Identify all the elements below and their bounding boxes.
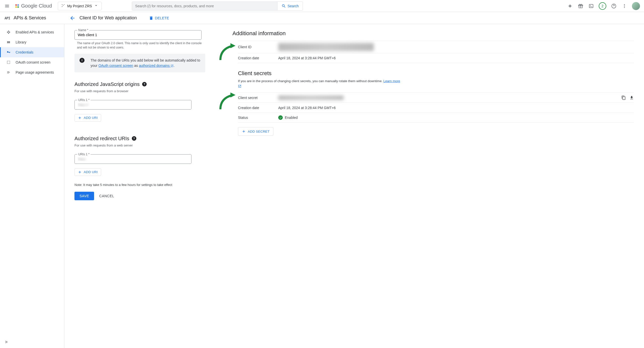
client-id-table: Client ID Creation date April 18, 2024 a…	[238, 41, 634, 63]
sub-header-right: Client ID for Web application DELETE	[64, 15, 644, 21]
diamond-icon	[6, 30, 11, 34]
secret-creation-row: Creation date April 18, 2024 at 3:28:44 …	[238, 103, 634, 113]
name-input[interactable]	[75, 30, 201, 39]
js-origins-title: Authorized JavaScript origins ?	[74, 81, 205, 87]
svg-point-4	[62, 4, 63, 5]
form-column: Name * The name of your OAuth 2.0 client…	[74, 30, 205, 342]
cloud-shell-icon[interactable]	[588, 3, 594, 9]
svg-point-5	[63, 5, 64, 6]
nav-label: OAuth consent screen	[16, 60, 51, 64]
arrow-annotation-2	[218, 90, 238, 111]
back-icon[interactable]	[69, 15, 75, 21]
search-button[interactable]: Search	[277, 2, 303, 10]
info-icon: i	[79, 58, 85, 63]
additional-info-title: Additional information	[232, 30, 634, 37]
info-banner-text: The domains of the URIs you add below wi…	[91, 58, 200, 68]
sidenav-item-consent[interactable]: OAuth consent screen	[0, 57, 64, 67]
learn-more-link[interactable]: Learn more	[383, 79, 400, 83]
svg-rect-8	[589, 4, 593, 8]
key-icon	[6, 50, 11, 54]
nav-label: Page usage agreements	[16, 70, 54, 74]
more-icon[interactable]	[621, 3, 627, 9]
uri-label: URIs 1 *	[77, 153, 91, 156]
nav-label: Library	[16, 40, 26, 44]
redirect-uri-field: URIs 1 *	[74, 154, 191, 164]
nav-label: Enabled APIs & services	[16, 30, 54, 34]
name-field: Name *	[74, 30, 202, 40]
sidenav-item-credentials[interactable]: Credentials	[0, 47, 64, 57]
add-secret-label: ADD SECRET	[248, 130, 270, 133]
client-secret-label: Client secret	[238, 96, 278, 100]
client-secret-table: Client secret Creation date April 18, 20…	[238, 92, 634, 123]
svg-point-10	[624, 4, 625, 5]
download-icon[interactable]	[629, 95, 634, 100]
service-title: APIs & Services	[14, 15, 46, 21]
creation-label: Creation date	[238, 106, 278, 110]
status-label: Status	[238, 116, 278, 120]
status-row: Status Enabled	[238, 113, 634, 123]
svg-point-6	[64, 4, 65, 5]
info-column: Additional information Client ID Creatio…	[225, 30, 634, 342]
help-icon[interactable]	[611, 3, 617, 9]
search-input[interactable]	[132, 2, 277, 10]
delete-button[interactable]: DELETE	[149, 16, 169, 20]
gift-icon[interactable]	[578, 3, 584, 9]
project-icon	[61, 4, 65, 8]
sidenav-item-enabled-apis[interactable]: Enabled APIs & services	[0, 27, 64, 37]
layout: Enabled APIs & services Library Credenti…	[0, 24, 644, 348]
svg-point-1	[17, 4, 19, 6]
gemini-icon[interactable]	[567, 3, 573, 9]
client-secrets-desc: If you are in the process of changing cl…	[238, 79, 634, 88]
js-origins-sub: For use with requests from a browser	[74, 89, 205, 93]
copy-icon[interactable]	[621, 95, 626, 100]
sidenav: Enabled APIs & services Library Credenti…	[0, 24, 64, 348]
hamburger-icon[interactable]	[4, 3, 10, 9]
redirect-uris-sub: For use with requests from a web server	[74, 143, 205, 147]
add-secret-button[interactable]: ADD SECRET	[238, 127, 273, 136]
library-icon	[6, 40, 11, 44]
authorized-domains-link[interactable]: authorized domains	[139, 64, 174, 68]
add-redirect-uri-button[interactable]: ADD URI	[74, 168, 101, 176]
sidenav-item-library[interactable]: Library	[0, 37, 64, 47]
add-js-uri-button[interactable]: ADD URI	[74, 114, 101, 122]
external-link-icon	[238, 84, 242, 88]
help-icon[interactable]: ?	[132, 136, 136, 141]
creation-label: Creation date	[238, 56, 278, 60]
nav-label: Credentials	[16, 50, 33, 54]
svg-point-7	[62, 6, 63, 7]
action-row: SAVE CANCEL	[74, 192, 205, 200]
js-uri-input[interactable]	[75, 100, 191, 109]
plus-icon	[78, 170, 82, 174]
redirect-uri-input[interactable]	[75, 155, 191, 164]
help-icon[interactable]: ?	[142, 82, 147, 86]
add-uri-label: ADD URI	[84, 116, 98, 120]
svg-point-0	[15, 4, 17, 6]
client-id-value	[278, 43, 634, 51]
svg-point-11	[624, 6, 625, 6]
creation-value: April 18, 2024 at 3:28:44 PM GMT+6	[278, 106, 634, 110]
google-cloud-icon	[14, 3, 20, 9]
search-icon	[281, 4, 286, 8]
info-banner: i The domains of the URIs you add below …	[74, 54, 205, 72]
save-button[interactable]: SAVE	[74, 192, 94, 200]
avatar[interactable]	[632, 2, 640, 10]
main-content: Name * The name of your OAuth 2.0 client…	[64, 24, 644, 348]
sidenav-item-agreements[interactable]: Page usage agreements	[0, 67, 64, 77]
logo[interactable]: Google Cloud	[14, 3, 52, 9]
notifications-badge[interactable]: 2	[599, 2, 606, 10]
plus-icon	[78, 116, 82, 120]
plus-icon	[242, 129, 246, 133]
consent-screen-link[interactable]: OAuth consent screen	[98, 64, 133, 68]
cancel-button[interactable]: CANCEL	[99, 194, 114, 198]
project-selector[interactable]: My Project ZRS	[58, 2, 102, 10]
name-label: Name *	[77, 28, 89, 32]
top-bar: Google Cloud My Project ZRS Search 2	[0, 0, 644, 12]
client-id-label: Client ID	[238, 45, 278, 49]
top-actions: 2	[567, 2, 640, 10]
delete-label: DELETE	[155, 16, 169, 20]
collapse-sidenav-icon[interactable]	[5, 340, 9, 345]
client-secret-row: Client secret	[238, 92, 634, 103]
name-helper: The name of your OAuth 2.0 client. This …	[77, 41, 205, 50]
save-note: Note: It may take 5 minutes to a few hou…	[74, 183, 205, 187]
creation-date-row: Creation date April 18, 2024 at 3:28:44 …	[238, 53, 634, 63]
